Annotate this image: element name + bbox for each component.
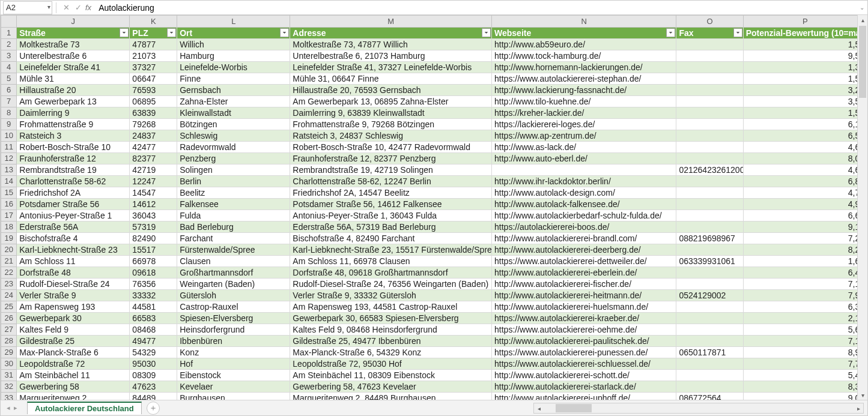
table-row[interactable]: 21Am Schloss 1166978ClausenAm Schloss 11…	[1, 256, 867, 267]
cell-adresse[interactable]: Kaltes Feld 9, 08468 Heinsdorfergrund	[290, 324, 492, 336]
cell-bewertung[interactable]: 7,70	[743, 358, 867, 370]
cell-ort[interactable]: Castrop-Rauxel	[177, 301, 290, 313]
table-header[interactable]: Fax	[676, 28, 743, 39]
horizontal-scrollbar[interactable]: ◂ ▸	[533, 403, 864, 414]
cell-ort[interactable]: Hof	[177, 358, 290, 370]
cell-plz[interactable]: 33332	[130, 290, 177, 301]
table-row[interactable]: 24Verler Straße 933332GüterslohVerler St…	[1, 290, 867, 301]
cell-ort[interactable]: Konz	[177, 347, 290, 358]
cell-strasse[interactable]: Karl-Liebknecht-Straße 23	[17, 244, 130, 256]
tab-prev-icon[interactable]: ◂	[7, 404, 10, 412]
cell-plz[interactable]: 95030	[130, 358, 177, 370]
cell-adresse[interactable]: Am Gewerbepark 13, 06895 Zahna-Elster	[290, 96, 492, 107]
cell-ort[interactable]: Heinsdorfergrund	[177, 324, 290, 336]
cell-bewertung[interactable]: 9,03	[743, 393, 867, 400]
cell-fax[interactable]	[676, 222, 743, 233]
cell-ort[interactable]: Ibbenbüren	[177, 336, 290, 347]
cell-bewertung[interactable]: 3,55	[743, 96, 867, 107]
cell-webseite[interactable]: http://www.hornemann-lackierungen.de/	[492, 62, 676, 73]
filter-dropdown-icon[interactable]	[280, 28, 289, 37]
table-header[interactable]: PLZ	[130, 28, 177, 39]
cell-strasse[interactable]: Am Rapensweg 193	[17, 301, 130, 313]
row-header[interactable]: 9	[1, 119, 17, 130]
cell-plz[interactable]: 24837	[130, 130, 177, 142]
row-header[interactable]: 10	[1, 130, 17, 142]
filter-dropdown-icon[interactable]	[733, 28, 742, 37]
cell-plz[interactable]: 66583	[130, 313, 177, 324]
spreadsheet-grid[interactable]: JKLMNOP1StraßePLZOrtAdresseWebseiteFaxPo…	[1, 15, 867, 400]
row-header[interactable]: 6	[1, 85, 17, 96]
cell-ort[interactable]: Farchant	[177, 233, 290, 244]
cell-adresse[interactable]: Am Schloss 11, 66978 Clausen	[290, 256, 492, 267]
cell-webseite[interactable]: https://www.autolackiererei-schluessel.d…	[492, 358, 676, 370]
cell-strasse[interactable]: Leopoldstraße 72	[17, 358, 130, 370]
table-row[interactable]: 18Ederstraße 56A57319Bad BerleburgEderst…	[1, 222, 867, 233]
cell-strasse[interactable]: Friedrichshof 2A	[17, 187, 130, 199]
table-row[interactable]: 6Hillaustraße 2076593GernsbachHillaustra…	[1, 85, 867, 96]
table-row[interactable]: 11Robert-Bosch-Straße 1042477Radevormwal…	[1, 142, 867, 153]
cell-plz[interactable]: 42719	[130, 164, 177, 176]
table-row[interactable]: 27Kaltes Feld 908468HeinsdorfergrundKalt…	[1, 324, 867, 336]
cell-adresse[interactable]: Leinefelder Straße 41, 37327 Leinefelde-…	[290, 62, 492, 73]
cell-plz[interactable]: 37327	[130, 62, 177, 73]
row-header[interactable]: 16	[1, 199, 17, 210]
table-row[interactable]: 10Ratsteich 324837SchleswigRatsteich 3, …	[1, 130, 867, 142]
cell-fax[interactable]: 02126423261200	[676, 164, 743, 176]
cell-bewertung[interactable]: 5,66	[743, 324, 867, 336]
col-header-P[interactable]: P	[743, 16, 867, 28]
cell-fax[interactable]	[676, 267, 743, 279]
cell-strasse[interactable]: Verler Straße 9	[17, 290, 130, 301]
cell-bewertung[interactable]: 2,17	[743, 313, 867, 324]
cell-webseite[interactable]: https://www.ap-zentrum.de/	[492, 130, 676, 142]
cell-bewertung[interactable]: 4,64	[743, 164, 867, 176]
cell-plz[interactable]: 09618	[130, 267, 177, 279]
row-header[interactable]: 4	[1, 62, 17, 73]
expand-formula-icon[interactable]: ⌄	[857, 4, 867, 11]
cell-fax[interactable]	[676, 244, 743, 256]
cell-adresse[interactable]: Charlottenstraße 58-62, 12247 Berlin	[290, 176, 492, 187]
row-header[interactable]: 5	[1, 73, 17, 85]
cell-fax[interactable]	[676, 313, 743, 324]
cell-bewertung[interactable]: 1,33	[743, 62, 867, 73]
cell-webseite[interactable]: http://www.tilo-kuehne.de/	[492, 96, 676, 107]
row-header[interactable]: 29	[1, 347, 17, 358]
row-header[interactable]: 7	[1, 96, 17, 107]
cell-strasse[interactable]: Mühle 31	[17, 73, 130, 85]
cell-webseite[interactable]: http://www.autolackiererei-fischer.de/	[492, 279, 676, 290]
cell-bewertung[interactable]: 1,53	[743, 107, 867, 119]
row-header[interactable]: 8	[1, 107, 17, 119]
cell-bewertung[interactable]: 1,56	[743, 39, 867, 50]
table-row[interactable]: 14Charlottenstraße 58-6212247BerlinCharl…	[1, 176, 867, 187]
row-header[interactable]: 24	[1, 290, 17, 301]
cell-adresse[interactable]: Am Rapensweg 193, 44581 Castrop-Rauxel	[290, 301, 492, 313]
cell-strasse[interactable]: Unterelbestraße 6	[17, 50, 130, 62]
cell-webseite[interactable]: http://www.autolackiererei-huelsmann.de/	[492, 301, 676, 313]
cell-strasse[interactable]: Ederstraße 56A	[17, 222, 130, 233]
cell-fax[interactable]	[676, 107, 743, 119]
cell-ort[interactable]: Gütersloh	[177, 290, 290, 301]
cell-adresse[interactable]: Ederstraße 56A, 57319 Bad Berleburg	[290, 222, 492, 233]
cell-strasse[interactable]: Frohmattenstraße 9	[17, 119, 130, 130]
table-row[interactable]: 13Rembrandtstraße 1942719SolingenRembran…	[1, 164, 867, 176]
table-row[interactable]: 4Leinefelder Straße 4137327Leinefelde-Wo…	[1, 62, 867, 73]
cell-strasse[interactable]: Robert-Bosch-Straße 10	[17, 142, 130, 153]
row-header[interactable]: 20	[1, 244, 17, 256]
cell-plz[interactable]: 44581	[130, 301, 177, 313]
cell-bewertung[interactable]: 6,66	[743, 210, 867, 222]
cell-fax[interactable]	[676, 176, 743, 187]
cell-bewertung[interactable]: 6,59	[743, 130, 867, 142]
cell-strasse[interactable]: Ratsteich 3	[17, 130, 130, 142]
table-row[interactable]: 3Unterelbestraße 621073HamburgUnterelbes…	[1, 50, 867, 62]
cell-bewertung[interactable]: 4,98	[743, 199, 867, 210]
tab-next-icon[interactable]: ▸	[14, 404, 17, 412]
row-header[interactable]: 28	[1, 336, 17, 347]
filter-dropdown-icon[interactable]	[666, 28, 675, 37]
cell-plz[interactable]: 63839	[130, 107, 177, 119]
table-row[interactable]: 9Frohmattenstraße 979268BötzingenFrohmat…	[1, 119, 867, 130]
filter-dropdown-icon[interactable]	[120, 28, 129, 37]
cell-webseite[interactable]: http://www.autolackiererei-heitmann.de/	[492, 290, 676, 301]
row-header[interactable]: 15	[1, 187, 17, 199]
scroll-up-icon[interactable]: ▴	[858, 15, 867, 25]
cell-strasse[interactable]: Gewerbepark 30	[17, 313, 130, 324]
cell-adresse[interactable]: Robert-Bosch-Straße 10, 42477 Radevormwa…	[290, 142, 492, 153]
